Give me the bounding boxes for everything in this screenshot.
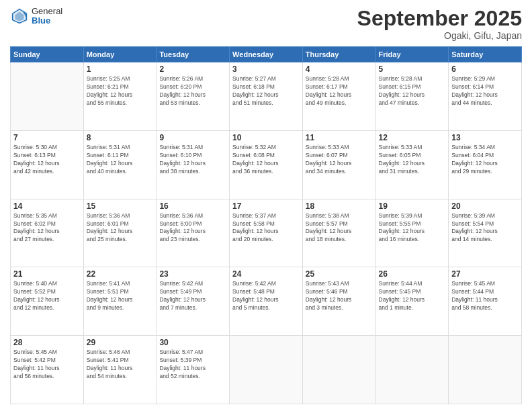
day-info: Sunrise: 5:25 AM Sunset: 6:21 PM Dayligh… xyxy=(87,75,154,107)
day-info: Sunrise: 5:33 AM Sunset: 6:05 PM Dayligh… xyxy=(379,144,446,176)
day-info: Sunrise: 5:35 AM Sunset: 6:02 PM Dayligh… xyxy=(13,212,81,244)
day-info: Sunrise: 5:47 AM Sunset: 5:39 PM Dayligh… xyxy=(159,349,226,381)
day-info: Sunrise: 5:38 AM Sunset: 5:57 PM Dayligh… xyxy=(306,212,373,244)
day-info: Sunrise: 5:46 AM Sunset: 5:41 PM Dayligh… xyxy=(87,349,154,381)
day-number: 14 xyxy=(13,201,81,211)
calendar-cell: 16Sunrise: 5:36 AM Sunset: 6:00 PM Dayli… xyxy=(157,199,230,267)
calendar-cell: 18Sunrise: 5:38 AM Sunset: 5:57 PM Dayli… xyxy=(302,199,375,267)
calendar-cell: 21Sunrise: 5:40 AM Sunset: 5:52 PM Dayli… xyxy=(11,267,84,336)
day-number: 5 xyxy=(379,64,446,74)
day-info: Sunrise: 5:37 AM Sunset: 5:58 PM Dayligh… xyxy=(232,212,300,244)
day-info: Sunrise: 5:32 AM Sunset: 6:08 PM Dayligh… xyxy=(232,144,300,176)
day-info: Sunrise: 5:36 AM Sunset: 6:01 PM Dayligh… xyxy=(87,212,154,244)
day-info: Sunrise: 5:29 AM Sunset: 6:14 PM Dayligh… xyxy=(451,75,519,107)
calendar-cell: 15Sunrise: 5:36 AM Sunset: 6:01 PM Dayli… xyxy=(83,199,157,267)
calendar-cell: 24Sunrise: 5:42 AM Sunset: 5:48 PM Dayli… xyxy=(230,267,303,336)
calendar-cell: 11Sunrise: 5:33 AM Sunset: 6:07 PM Dayli… xyxy=(302,130,375,199)
day-number: 3 xyxy=(232,64,300,74)
day-number: 9 xyxy=(159,133,226,142)
location-subtitle: Ogaki, Gifu, Japan xyxy=(357,30,522,41)
day-number: 7 xyxy=(13,133,81,142)
calendar-cell xyxy=(230,336,303,404)
day-number: 29 xyxy=(87,338,154,347)
day-info: Sunrise: 5:33 AM Sunset: 6:07 PM Dayligh… xyxy=(306,144,373,176)
logo-blue-text: Blue xyxy=(32,16,62,26)
day-number: 13 xyxy=(451,133,519,142)
day-number: 26 xyxy=(379,269,446,279)
calendar-cell: 20Sunrise: 5:39 AM Sunset: 5:54 PM Dayli… xyxy=(449,199,522,267)
calendar-cell: 12Sunrise: 5:33 AM Sunset: 6:05 PM Dayli… xyxy=(375,130,449,199)
calendar-cell: 3Sunrise: 5:27 AM Sunset: 6:18 PM Daylig… xyxy=(230,62,303,131)
calendar-cell: 19Sunrise: 5:39 AM Sunset: 5:55 PM Dayli… xyxy=(375,199,449,267)
calendar-cell: 8Sunrise: 5:31 AM Sunset: 6:11 PM Daylig… xyxy=(83,130,157,199)
calendar-cell: 25Sunrise: 5:43 AM Sunset: 5:46 PM Dayli… xyxy=(302,267,375,336)
col-sunday: Sunday xyxy=(11,47,84,62)
header: General Blue September 2025 Ogaki, Gifu,… xyxy=(10,7,522,41)
calendar-week-row: 28Sunrise: 5:45 AM Sunset: 5:42 PM Dayli… xyxy=(11,336,522,404)
day-number: 2 xyxy=(159,64,226,74)
calendar-cell: 13Sunrise: 5:34 AM Sunset: 6:04 PM Dayli… xyxy=(449,130,522,199)
day-number: 10 xyxy=(232,133,300,142)
day-number: 25 xyxy=(306,269,373,279)
day-number: 21 xyxy=(13,269,81,279)
day-number: 6 xyxy=(451,64,519,74)
day-number: 19 xyxy=(379,201,446,211)
logo-general-text: General xyxy=(32,7,62,16)
day-number: 18 xyxy=(306,201,373,211)
col-friday: Friday xyxy=(375,47,449,62)
day-number: 30 xyxy=(159,338,226,347)
col-wednesday: Wednesday xyxy=(230,47,303,62)
title-block: September 2025 Ogaki, Gifu, Japan xyxy=(357,7,522,41)
day-info: Sunrise: 5:31 AM Sunset: 6:11 PM Dayligh… xyxy=(87,144,154,176)
calendar-cell: 28Sunrise: 5:45 AM Sunset: 5:42 PM Dayli… xyxy=(11,336,84,404)
day-info: Sunrise: 5:30 AM Sunset: 6:13 PM Dayligh… xyxy=(13,144,81,176)
logo-text: General Blue xyxy=(32,7,62,26)
calendar-cell: 10Sunrise: 5:32 AM Sunset: 6:08 PM Dayli… xyxy=(230,130,303,199)
calendar-cell: 4Sunrise: 5:28 AM Sunset: 6:17 PM Daylig… xyxy=(302,62,375,131)
day-info: Sunrise: 5:40 AM Sunset: 5:52 PM Dayligh… xyxy=(13,280,81,312)
day-number: 28 xyxy=(13,338,81,347)
calendar-cell xyxy=(11,62,84,131)
day-number: 4 xyxy=(306,64,373,74)
day-info: Sunrise: 5:39 AM Sunset: 5:55 PM Dayligh… xyxy=(379,212,446,244)
day-info: Sunrise: 5:31 AM Sunset: 6:10 PM Dayligh… xyxy=(159,144,226,176)
calendar-week-row: 1Sunrise: 5:25 AM Sunset: 6:21 PM Daylig… xyxy=(11,62,522,131)
day-info: Sunrise: 5:43 AM Sunset: 5:46 PM Dayligh… xyxy=(306,280,373,312)
day-number: 8 xyxy=(87,133,154,142)
calendar-cell: 14Sunrise: 5:35 AM Sunset: 6:02 PM Dayli… xyxy=(11,199,84,267)
day-info: Sunrise: 5:44 AM Sunset: 5:45 PM Dayligh… xyxy=(379,280,446,312)
logo-icon xyxy=(10,7,29,26)
calendar-cell: 23Sunrise: 5:42 AM Sunset: 5:49 PM Dayli… xyxy=(157,267,230,336)
calendar-cell: 26Sunrise: 5:44 AM Sunset: 5:45 PM Dayli… xyxy=(375,267,449,336)
col-thursday: Thursday xyxy=(302,47,375,62)
calendar-week-row: 7Sunrise: 5:30 AM Sunset: 6:13 PM Daylig… xyxy=(11,130,522,199)
calendar-cell: 17Sunrise: 5:37 AM Sunset: 5:58 PM Dayli… xyxy=(230,199,303,267)
calendar-cell: 7Sunrise: 5:30 AM Sunset: 6:13 PM Daylig… xyxy=(11,130,84,199)
day-number: 11 xyxy=(306,133,373,142)
month-title: September 2025 xyxy=(357,7,522,30)
calendar-cell: 22Sunrise: 5:41 AM Sunset: 5:51 PM Dayli… xyxy=(83,267,157,336)
day-number: 12 xyxy=(379,133,446,142)
col-saturday: Saturday xyxy=(449,47,522,62)
logo: General Blue xyxy=(10,7,62,26)
calendar-cell: 2Sunrise: 5:26 AM Sunset: 6:20 PM Daylig… xyxy=(157,62,230,131)
calendar-cell: 6Sunrise: 5:29 AM Sunset: 6:14 PM Daylig… xyxy=(449,62,522,131)
day-info: Sunrise: 5:26 AM Sunset: 6:20 PM Dayligh… xyxy=(159,75,226,107)
calendar-cell xyxy=(302,336,375,404)
calendar-cell: 30Sunrise: 5:47 AM Sunset: 5:39 PM Dayli… xyxy=(157,336,230,404)
calendar-header-row: Sunday Monday Tuesday Wednesday Thursday… xyxy=(11,47,522,62)
calendar-table: Sunday Monday Tuesday Wednesday Thursday… xyxy=(10,46,522,404)
day-info: Sunrise: 5:28 AM Sunset: 6:15 PM Dayligh… xyxy=(379,75,446,107)
day-number: 20 xyxy=(451,201,519,211)
day-number: 27 xyxy=(451,269,519,279)
calendar-cell: 1Sunrise: 5:25 AM Sunset: 6:21 PM Daylig… xyxy=(83,62,157,131)
day-info: Sunrise: 5:34 AM Sunset: 6:04 PM Dayligh… xyxy=(451,144,519,176)
calendar-cell: 5Sunrise: 5:28 AM Sunset: 6:15 PM Daylig… xyxy=(375,62,449,131)
calendar-week-row: 21Sunrise: 5:40 AM Sunset: 5:52 PM Dayli… xyxy=(11,267,522,336)
calendar-cell: 29Sunrise: 5:46 AM Sunset: 5:41 PM Dayli… xyxy=(83,336,157,404)
day-info: Sunrise: 5:39 AM Sunset: 5:54 PM Dayligh… xyxy=(451,212,519,244)
day-number: 22 xyxy=(87,269,154,279)
day-number: 23 xyxy=(159,269,226,279)
calendar-cell xyxy=(375,336,449,404)
day-number: 15 xyxy=(87,201,154,211)
